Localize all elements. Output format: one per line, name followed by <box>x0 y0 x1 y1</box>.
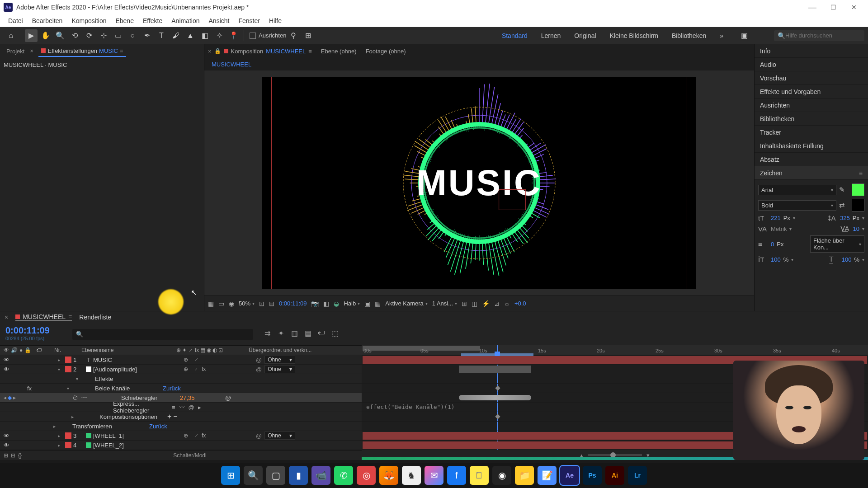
prop-value[interactable]: 27,35 <box>180 394 195 401</box>
menu-fenster[interactable]: Fenster <box>234 15 264 26</box>
tab-effekteinstellungen[interactable]: Effekteinstellungen MUSIC ≡ <box>38 46 126 57</box>
leading-value[interactable]: 325 <box>840 215 850 221</box>
taskbar-ae-icon[interactable]: Ae <box>560 466 579 485</box>
tab-comp-menu-icon[interactable]: ≡ <box>308 48 312 55</box>
workspace-overflow-icon[interactable]: » <box>720 32 723 39</box>
expr-graph-icon[interactable]: 〰 <box>179 404 185 411</box>
tab-projekt-close-icon[interactable]: × <box>30 48 33 54</box>
workspace-kleine[interactable]: Kleine Bildschirm <box>610 32 658 39</box>
col-shy-icon[interactable]: 🏷 <box>36 347 54 353</box>
zoom-dropdown[interactable]: 50%▾ <box>239 300 255 307</box>
prop-beide-kanaele[interactable]: fx ▾ Beide Kanäle Zurück <box>0 384 362 393</box>
color-mgmt-icon[interactable]: ◒ <box>334 300 339 307</box>
expression-text[interactable]: effect("Beide Kanäle")(1) <box>366 404 455 410</box>
panel-tracker[interactable]: Tracker <box>755 126 868 139</box>
show-snapshot-icon[interactable]: ◧ <box>323 300 329 307</box>
orbit-tool-icon[interactable]: ⟲ <box>68 29 81 42</box>
res-half-icon[interactable]: ⊟ <box>269 300 274 307</box>
stamp-tool-icon[interactable]: ▲ <box>184 29 197 42</box>
taskbar-search-icon[interactable]: 🔍 <box>244 466 263 485</box>
panel-content-fill[interactable]: Inhaltsbasierte Füllung <box>755 139 868 153</box>
pickwhip-icon[interactable]: @ <box>256 432 262 439</box>
ellipse-tool-icon[interactable]: ○ <box>126 29 139 42</box>
prop-schieberegler[interactable]: ◂◆▸ ⏱ 〰 Schieberegler 27,35 @ <box>0 393 362 403</box>
tl-shy-icon[interactable]: ⬚ <box>330 329 340 338</box>
reset-link[interactable]: Zurück <box>149 423 167 430</box>
text-tool-icon[interactable]: T <box>155 29 168 42</box>
timeline-nav-icon[interactable]: ⊿ <box>494 300 500 307</box>
panel-ausrichten[interactable]: Ausrichten <box>755 99 868 112</box>
stopwatch-icon[interactable]: ⏱ <box>72 394 78 401</box>
tl-tab-close-icon[interactable]: × <box>5 314 8 321</box>
zoom-tool-icon[interactable]: 🔍 <box>54 29 66 42</box>
snap-options-icon[interactable]: ⚲ <box>287 29 300 42</box>
workspace-bibliotheken[interactable]: Bibliotheken <box>672 32 706 39</box>
tab-composition[interactable]: × 🔒 Komposition MUSICWHEEL ≡ <box>208 48 312 55</box>
tl-tab-menu-icon[interactable]: ≡ <box>68 313 72 320</box>
tab-projekt[interactable]: Projekt <box>4 46 27 56</box>
minimize-button[interactable]: — <box>802 0 823 14</box>
panel-zeichen[interactable]: Zeichen≡ <box>755 166 868 180</box>
layer-name[interactable]: MUSIC <box>93 357 184 363</box>
twirl-icon[interactable]: ▸ <box>54 357 63 362</box>
close-button[interactable]: ✕ <box>844 0 864 14</box>
twirl-icon[interactable]: ▾ <box>63 386 72 391</box>
taskbar-ps-icon[interactable]: Ps <box>583 466 602 485</box>
stroke-swap-icon[interactable]: ⇄ <box>839 201 849 209</box>
tl-tab-renderliste[interactable]: Renderliste <box>79 314 111 321</box>
add-icon[interactable]: + <box>167 413 171 421</box>
selection-tool-icon[interactable]: ▶ <box>25 29 38 42</box>
hand-tool-icon[interactable]: ✋ <box>39 29 52 42</box>
taskbar-app-2[interactable]: 📹 <box>311 466 330 485</box>
view-options-icon[interactable]: ⊞ <box>462 300 467 307</box>
menu-bearbeiten[interactable]: Bearbeiten <box>28 15 67 26</box>
layer-row-audioamp[interactable]: 👁 ▾ 2 [Audioamplitude] ⊕⟋fx @Ohne▾ <box>0 365 362 374</box>
menu-effekte[interactable]: Effekte <box>138 15 167 26</box>
taskbar-taskview-icon[interactable]: ▢ <box>266 466 285 485</box>
alpha-icon[interactable]: ▦ <box>208 300 214 307</box>
tl-tab-comp[interactable]: MUSICWHEEL ≡ <box>15 313 72 321</box>
camera-dropdown[interactable]: Aktive Kamera▾ <box>385 300 428 307</box>
twirl-icon[interactable]: ▸ <box>54 433 63 438</box>
mask-icon[interactable]: ◉ <box>229 300 234 307</box>
tl-draft3d-icon[interactable]: ✦ <box>276 329 286 338</box>
maximize-button[interactable]: ☐ <box>823 0 844 14</box>
menu-hilfe[interactable]: Hilfe <box>264 15 286 26</box>
expr-enable-icon[interactable]: ≡ <box>172 404 175 411</box>
twirl-icon[interactable]: ▾ <box>54 367 63 372</box>
tab-footage[interactable]: Footage (ohne) <box>366 48 406 55</box>
panel-audio[interactable]: Audio <box>755 58 868 71</box>
pickwhip-icon[interactable]: @ <box>256 357 262 363</box>
lock-icon[interactable]: 🔒 <box>214 48 221 54</box>
workspace-original[interactable]: Original <box>574 32 596 39</box>
layer-color-icon[interactable] <box>65 442 71 448</box>
panel-vorschau[interactable]: Vorschau <box>755 71 868 85</box>
layer-color-icon[interactable] <box>65 432 71 439</box>
layer-color-icon[interactable] <box>65 357 71 363</box>
taskbar-obs-icon[interactable]: ◉ <box>492 466 511 485</box>
tl-footer-toggle1-icon[interactable]: ⊞ <box>4 452 8 459</box>
fast-preview-icon[interactable]: ⚡ <box>482 300 490 307</box>
taskbar-app-1[interactable]: ▮ <box>289 466 308 485</box>
taskbar-notes-icon[interactable]: 🗒 <box>470 466 489 485</box>
expr-pickwhip-icon[interactable]: @ <box>189 404 194 411</box>
viewer-timecode[interactable]: 0:00:11:09 <box>279 300 307 307</box>
taskbar-facebook-icon[interactable]: f <box>447 466 466 485</box>
parent-dropdown[interactable]: Ohne▾ <box>264 356 295 364</box>
col-lock-icon[interactable]: 🔒 <box>24 347 31 353</box>
tracking-value[interactable]: 10 <box>853 225 859 232</box>
kerning-value[interactable]: Metrik <box>771 225 787 232</box>
help-search[interactable]: 🔍 <box>774 30 864 41</box>
prop-expression[interactable]: Express... Schieberegler ≡ 〰 @ ▸ <box>0 403 362 412</box>
snap-checkbox[interactable] <box>250 33 256 39</box>
menu-ebene[interactable]: Ebene <box>111 15 138 26</box>
menu-ansicht[interactable]: Ansicht <box>204 15 234 26</box>
comp-stage[interactable]: MUSIC <box>262 77 696 289</box>
track-bar[interactable] <box>459 366 531 373</box>
menu-animation[interactable]: Animation <box>167 15 204 26</box>
anchor-tool-icon[interactable]: ⊹ <box>97 29 110 42</box>
panel-info[interactable]: Info <box>755 44 868 58</box>
views-dropdown[interactable]: 1 Ansi...▾ <box>432 300 457 307</box>
eraser-tool-icon[interactable]: ◧ <box>198 29 211 42</box>
composition-viewer[interactable]: MUSIC <box>204 70 754 296</box>
